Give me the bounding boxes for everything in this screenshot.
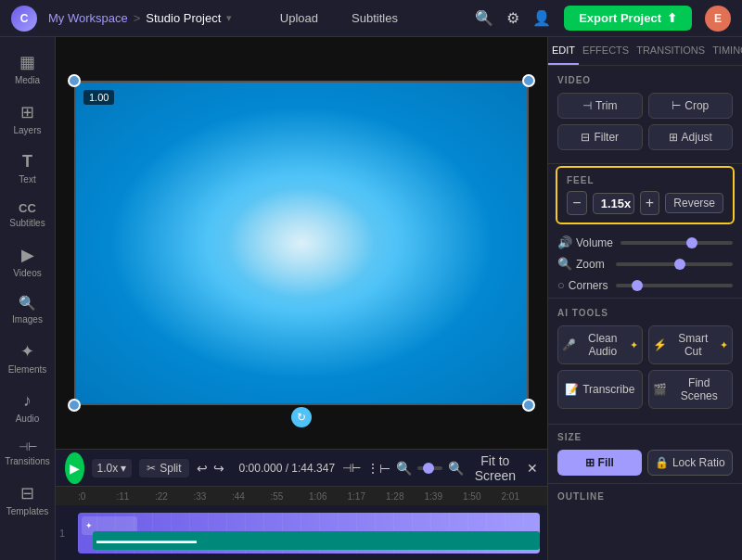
subtitles-icon: CC	[19, 201, 36, 215]
video-section-title: VIDEO	[557, 75, 733, 85]
topbar-icons: 🔍 ⚙ 👤 Export Project ⬆ E	[475, 6, 731, 32]
split-button[interactable]: ✂ Split	[139, 459, 188, 477]
ruler-tick-5: :55	[271, 491, 310, 502]
tab-transitions[interactable]: TRANSITIONS	[633, 37, 709, 65]
main-layout: ▦ Media ⊞ Layers T Text CC Subtitles ▶ V…	[0, 37, 742, 560]
speed-minus-button[interactable]: −	[567, 191, 587, 215]
user-avatar[interactable]: E	[705, 6, 731, 32]
sidebar-item-videos[interactable]: ▶ Videos	[3, 237, 53, 286]
project-dropdown-arrow[interactable]: ▾	[226, 12, 232, 24]
transcribe-icon: 📝	[565, 383, 579, 396]
play-button[interactable]: ▶	[65, 452, 84, 484]
images-icon: 🔍	[19, 295, 36, 312]
fill-button[interactable]: ⊞ Fill	[557, 450, 642, 476]
tab-timing[interactable]: TIMING	[709, 37, 742, 65]
track-item-video[interactable]: ✦ ▬▬▬▬▬▬▬▬▬▬▬▬	[78, 513, 540, 554]
timeline-tracks[interactable]: 1 ✦ ▬▬▬▬▬▬▬▬▬▬▬▬	[56, 505, 547, 560]
search-icon[interactable]: 🔍	[475, 9, 493, 27]
timeline-icon1[interactable]: ⊣⊢	[342, 462, 361, 475]
smart-cut-button[interactable]: ⚡ Smart Cut ✦	[648, 325, 734, 364]
crop-button[interactable]: ⊢ Crop	[648, 93, 734, 119]
ai-btn-row2: 📝 Transcribe 🎬 Find Scenes	[557, 370, 733, 409]
sidebar-item-layers[interactable]: ⊞ Layers	[3, 95, 53, 143]
smart-cut-icon: ⚡	[653, 338, 667, 351]
ruler-tick-8: 1:28	[386, 491, 425, 502]
trim-label: Trim	[595, 99, 618, 112]
share-icon[interactable]: 👤	[532, 9, 551, 27]
clean-audio-button[interactable]: 🎤 Clean Audio ✦	[557, 325, 643, 364]
sidebar-label-videos: Videos	[13, 268, 41, 278]
right-panel: EDIT EFFECTS TRANSITIONS TIMING VIDEO ⊣ …	[547, 37, 742, 560]
close-button[interactable]: ✕	[527, 461, 538, 476]
video-section: VIDEO ⊣ Trim ⊢ Crop ⊟ Filter ⊞ Adjus	[548, 66, 742, 161]
sidebar-item-audio[interactable]: ♪ Audio	[3, 384, 53, 431]
workspace-link[interactable]: My Workspace	[48, 11, 128, 25]
zoom-slider[interactable]	[417, 466, 442, 470]
time-display: 0:00.000 / 1:44.347	[239, 462, 335, 475]
divider4	[548, 483, 742, 484]
sidebar-item-images[interactable]: 🔍 Images	[3, 287, 53, 332]
corner-handle-bl[interactable]	[68, 399, 81, 412]
smart-cut-label: Smart Cut	[671, 332, 717, 358]
sidebar-item-templates[interactable]: ⊟ Templates	[3, 476, 53, 524]
find-scenes-button[interactable]: 🎬 Find Scenes	[648, 370, 734, 409]
play-icon: ▶	[70, 461, 80, 476]
settings-icon[interactable]: ⚙	[506, 9, 519, 27]
volume-slider[interactable]	[620, 241, 733, 245]
sidebar-item-media[interactable]: ▦ Media	[3, 45, 53, 93]
clean-audio-sparkle: ✦	[630, 339, 638, 351]
sidebar-label-layers: Layers	[13, 125, 41, 135]
trim-button[interactable]: ⊣ Trim	[557, 93, 643, 119]
tab-effects[interactable]: EFFECTS	[579, 37, 633, 65]
redo-button[interactable]: ↪	[213, 461, 224, 476]
time-total: 1:44.347	[291, 462, 335, 475]
bottom-bar: ▶ 1.0x ▾ ✂ Split ↩ ↪ 0:00.000 / 1:44.347…	[56, 449, 547, 486]
split-label: Split	[160, 462, 181, 475]
sidebar-label-audio: Audio	[16, 414, 40, 424]
outline-section: OUTLINE	[548, 486, 742, 515]
video-btn-row1: ⊣ Trim ⊢ Crop	[557, 93, 733, 119]
filter-label: Filter	[594, 131, 619, 144]
subtitles-button[interactable]: Subtitles	[344, 7, 405, 29]
filter-button[interactable]: ⊟ Filter	[557, 124, 643, 150]
undo-button[interactable]: ↩	[197, 461, 208, 476]
center-area: 1.00 ↻ ▶ 1.0x ▾ ✂ Split	[56, 37, 547, 560]
sidebar-item-transitions[interactable]: ⊣⊢ Transitions	[3, 433, 53, 474]
tab-edit[interactable]: EDIT	[548, 37, 579, 65]
zoom-icon: 🔍	[557, 257, 572, 271]
split-icon: ✂	[147, 462, 156, 475]
clean-audio-label: Clean Audio	[580, 332, 626, 358]
sidebar-item-elements[interactable]: ✦ Elements	[3, 334, 53, 382]
upload-button[interactable]: Upload	[273, 7, 326, 29]
speed-plus-button[interactable]: +	[640, 191, 660, 215]
zoom-out-button[interactable]: 🔍	[396, 461, 412, 476]
lock-ratio-button[interactable]: 🔒 Lock Ratio	[647, 450, 734, 476]
zoom-in-button[interactable]: 🔍	[448, 461, 464, 476]
transcribe-button[interactable]: 📝 Transcribe	[557, 370, 643, 409]
sidebar-item-subtitles[interactable]: CC Subtitles	[3, 194, 53, 235]
timeline-icon2[interactable]: ⋮⊢	[366, 461, 390, 476]
corners-icon: ○	[557, 278, 565, 292]
divider3	[548, 424, 742, 425]
zoom-slider[interactable]	[616, 262, 733, 266]
ruler-tick-3: :33	[194, 491, 233, 502]
timeline-controls: ⊣⊢ ⋮⊢ 🔍 🔍 Fit to Screen ✕	[342, 451, 538, 486]
corner-handle-tl[interactable]	[68, 74, 81, 87]
speed-control[interactable]: 1.0x ▾	[92, 459, 133, 477]
fit-screen-button[interactable]: Fit to Screen	[469, 451, 521, 486]
corners-slider[interactable]	[616, 284, 733, 287]
adjust-button[interactable]: ⊞ Adjust	[648, 124, 734, 150]
corner-handle-br[interactable]	[522, 399, 535, 412]
audio-icon: ♪	[23, 391, 32, 411]
audio-track[interactable]: ▬▬▬▬▬▬▬▬▬▬▬▬	[93, 531, 540, 550]
crop-icon: ⊢	[672, 99, 681, 112]
sidebar-item-text[interactable]: T Text	[3, 145, 53, 192]
transcribe-label: Transcribe	[582, 383, 634, 396]
export-button[interactable]: Export Project ⬆	[564, 6, 692, 31]
clean-audio-icon: 🎤	[562, 338, 576, 351]
corner-handle-tr[interactable]	[522, 74, 535, 87]
canvas-video[interactable]: 1.00	[74, 81, 529, 405]
reverse-button[interactable]: Reverse	[665, 193, 723, 213]
rotate-handle[interactable]: ↻	[291, 407, 312, 427]
corners-row: ○ Corners	[548, 274, 742, 296]
